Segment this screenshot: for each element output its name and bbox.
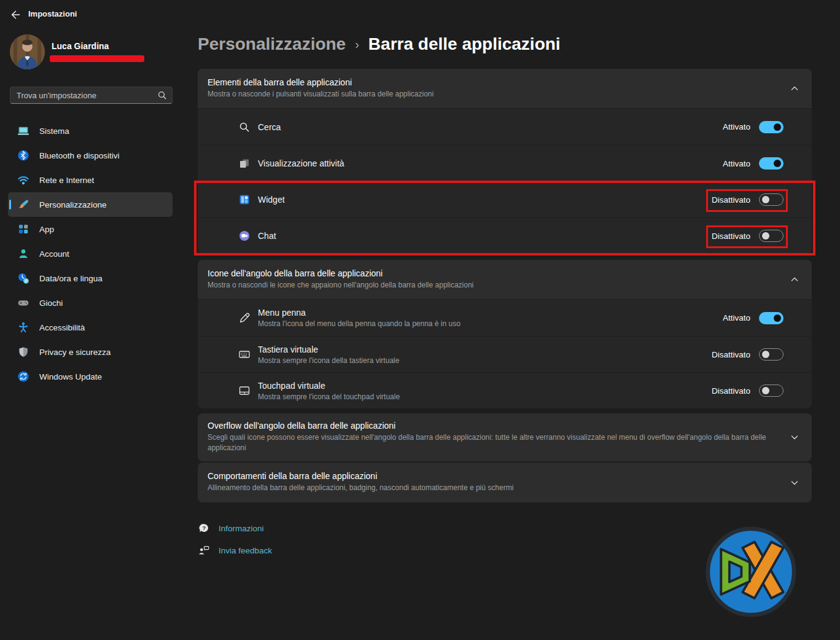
row-menu-penna: Menu penna Mostra l'icona del menu della… <box>198 300 812 336</box>
link-invia-feedback[interactable]: Invia feedback <box>198 543 272 558</box>
toggle-state-label: Attivato <box>723 122 750 131</box>
row-cerca: Cerca Attivato <box>198 109 812 145</box>
svg-text:?: ? <box>203 525 206 531</box>
card-title: Comportamenti della barra delle applicaz… <box>208 471 776 481</box>
sidebar-item-label: Privacy e sicurezza <box>39 348 111 357</box>
back-button[interactable] <box>7 7 23 23</box>
breadcrumb-separator-icon: › <box>355 37 359 52</box>
toggle-cerca[interactable] <box>759 121 784 133</box>
toggle-state-label: Disattivato <box>712 350 750 359</box>
row-text: Tastiera virtuale Mostra sempre l'icona … <box>258 345 399 365</box>
card-title: Icone dell'angolo della barra delle appl… <box>208 268 776 278</box>
chevron-up-icon[interactable] <box>788 273 801 286</box>
system-icon <box>17 125 29 137</box>
sidebar-item-label: Personalizzazione <box>39 200 107 209</box>
sidebar-item-sistema[interactable]: Sistema <box>8 119 173 143</box>
windows-update-icon <box>17 370 29 383</box>
sidebar-item-label: Rete e Internet <box>39 176 94 185</box>
accessibility-icon <box>17 321 29 334</box>
redacted-email-bar <box>50 55 144 62</box>
expander-text: Icone dell'angolo della barra delle appl… <box>208 268 788 291</box>
card-subtitle: Mostra o nasconde i pulsanti visualizzat… <box>208 89 776 100</box>
row-text: Menu penna Mostra l'icona del menu della… <box>258 308 461 328</box>
network-icon <box>17 174 29 186</box>
sidebar-item-account[interactable]: Account <box>8 241 173 266</box>
avatar[interactable] <box>10 34 45 69</box>
page-title: Barra delle applicazioni <box>368 34 561 54</box>
sidebar-nav: Sistema Bluetooth e dispositivi Rete e I… <box>8 119 173 389</box>
sidebar-item-accessibilita[interactable]: Accessibilità <box>8 315 173 340</box>
chevron-down-icon[interactable] <box>788 477 801 489</box>
card-taskbar-items: Elementi della barra delle applicazioni … <box>198 69 812 254</box>
toggle-knob <box>762 351 769 358</box>
link-informazioni[interactable]: ? Informazioni <box>198 521 264 536</box>
toggle-knob <box>762 196 769 203</box>
sidebar-item-app[interactable]: App <box>8 217 173 241</box>
chat-icon <box>238 230 251 242</box>
expander-header-corner-icons[interactable]: Icone dell'angolo della barra delle appl… <box>198 260 812 299</box>
toggle-state-label: Disattivato <box>712 195 750 205</box>
card-subtitle: Allineamento della barra delle applicazi… <box>208 483 776 493</box>
card-title: Elementi della barra delle applicazioni <box>208 77 776 87</box>
back-arrow-icon <box>9 9 21 21</box>
search-box[interactable] <box>10 87 173 104</box>
breadcrumb-parent[interactable]: Personalizzazione <box>198 34 346 54</box>
row-label: Chat <box>258 231 276 241</box>
personalization-icon <box>17 198 29 211</box>
sidebar-item-rete[interactable]: Rete e Internet <box>8 168 173 192</box>
row-text: Touchpad virtuale Mostra sempre l'icona … <box>258 381 400 401</box>
toggle-state-label: Disattivato <box>712 232 750 241</box>
sidebar-item-bluetooth[interactable]: Bluetooth e dispositivi <box>8 143 173 168</box>
toggle-menu-penna[interactable] <box>759 312 784 324</box>
row-sublabel: Mostra sempre l'icona del touchpad virtu… <box>258 392 400 401</box>
row-tastiera-virtuale: Tastiera virtuale Mostra sempre l'icona … <box>198 336 812 372</box>
card-corner-icons: Icone dell'angolo della barra delle appl… <box>198 260 812 408</box>
row-sublabel: Mostra sempre l'icona della tastiera vir… <box>258 356 399 365</box>
privacy-shield-icon <box>17 346 29 358</box>
card-subtitle: Scegli quali icone possono essere visual… <box>208 432 776 454</box>
sidebar-item-personalizzazione[interactable]: Personalizzazione <box>8 192 173 217</box>
expander-header-taskbar-items[interactable]: Elementi della barra delle applicazioni … <box>198 69 812 108</box>
card-subtitle: Mostra o nascondi le icone che appaiono … <box>208 280 776 291</box>
toggle-tastiera-virtuale[interactable] <box>759 348 784 361</box>
row-touchpad-virtuale: Touchpad virtuale Mostra sempre l'icona … <box>198 372 812 408</box>
sidebar-item-data-ora[interactable]: Data/ora e lingua <box>8 266 173 291</box>
info-icon: ? <box>198 522 210 534</box>
chevron-down-icon[interactable] <box>788 431 801 443</box>
sidebar-item-privacy[interactable]: Privacy e sicurezza <box>8 340 173 364</box>
search-input[interactable] <box>10 91 158 100</box>
row-label: Tastiera virtuale <box>258 345 399 354</box>
sidebar-item-windows-update[interactable]: Windows Update <box>8 364 173 389</box>
row-label: Widget <box>258 195 285 205</box>
sidebar-item-label: Account <box>39 249 69 259</box>
toggle-chat[interactable] <box>759 230 784 242</box>
toggle-knob <box>762 387 769 394</box>
sidebar-item-label: Data/ora e lingua <box>39 274 103 283</box>
account-icon <box>17 248 29 260</box>
row-widget: Widget Disattivato <box>198 181 812 217</box>
keyboard-icon <box>238 348 251 361</box>
link-label[interactable]: Invia feedback <box>219 546 272 555</box>
search-icon <box>158 91 166 100</box>
gaming-icon <box>17 297 29 309</box>
toggle-state-label: Attivato <box>723 313 750 322</box>
card-taskbar-behaviors[interactable]: Comportamenti della barra delle applicaz… <box>198 462 812 502</box>
sidebar-item-giochi[interactable]: Giochi <box>8 291 173 315</box>
row-label: Visualizzazione attività <box>258 158 344 168</box>
link-label[interactable]: Informazioni <box>219 524 264 533</box>
toggle-state-label: Attivato <box>723 159 750 168</box>
feedback-icon <box>198 544 210 556</box>
toggle-widget[interactable] <box>759 193 784 206</box>
expander-text: Comportamenti della barra delle applicaz… <box>208 471 788 493</box>
user-name: Luca Giardina <box>52 41 109 51</box>
sidebar-item-label: Sistema <box>39 127 69 136</box>
toggle-visualizzazione-attivita[interactable] <box>759 157 784 170</box>
toggle-knob <box>774 314 781 322</box>
toggle-knob <box>774 160 781 167</box>
card-corner-overflow[interactable]: Overflow dell'angolo della barra delle a… <box>198 413 812 461</box>
widgets-icon <box>238 193 251 206</box>
apps-icon <box>17 223 29 235</box>
toggle-touchpad-virtuale[interactable] <box>759 384 784 397</box>
touchpad-icon <box>238 384 251 397</box>
chevron-up-icon[interactable] <box>788 82 801 95</box>
